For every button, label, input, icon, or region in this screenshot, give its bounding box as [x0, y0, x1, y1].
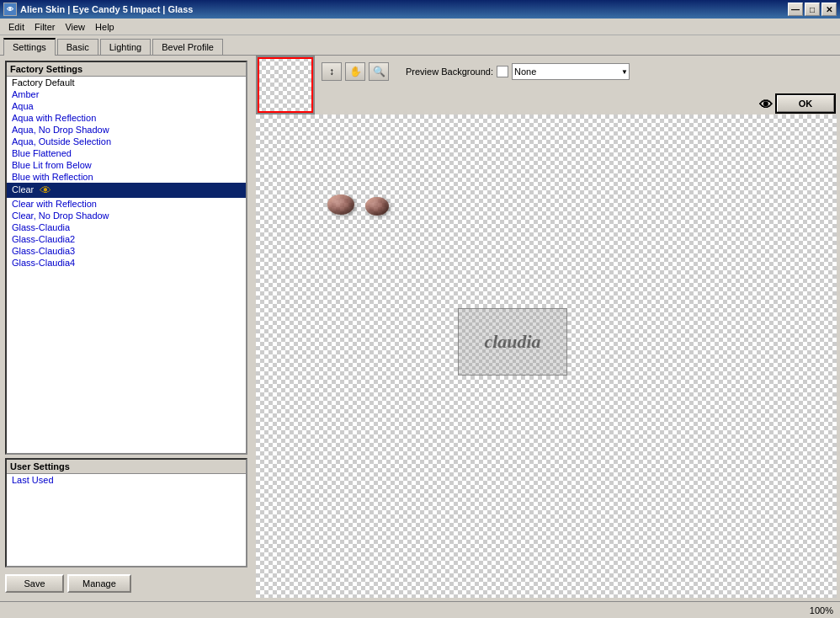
list-item[interactable]: Aqua, No Drop Shadow	[7, 124, 246, 136]
menu-view[interactable]: View	[60, 20, 90, 34]
maximize-button[interactable]: □	[805, 3, 820, 16]
toolbar-row: ↕ ✋ 🔍 Preview Background: None White Bla…	[322, 59, 837, 84]
right-panel: ↕ ✋ 🔍 Preview Background: None White Bla…	[253, 56, 840, 601]
close-button[interactable]: ✕	[821, 3, 837, 16]
tool-arrow-button[interactable]: ↕	[322, 62, 342, 81]
glass-object-2	[365, 197, 389, 216]
preview-canvas[interactable]: claudia	[256, 115, 837, 598]
window-title: Alien Skin | Eye Candy 5 Impact | Glass	[20, 4, 193, 14]
list-item[interactable]: Glass-Claudia2	[7, 233, 246, 245]
preview-bg-select[interactable]: None White Black Custom	[512, 63, 630, 80]
list-item-selected[interactable]: Clear 👁	[7, 183, 246, 198]
tool-pan-button[interactable]: ✋	[345, 62, 365, 81]
list-item[interactable]: Aqua with Reflection	[7, 112, 246, 124]
title-bar: 👁 Alien Skin | Eye Candy 5 Impact | Glas…	[0, 0, 840, 19]
ok-cursor-icon: 👁	[759, 98, 773, 113]
list-item[interactable]: Glass-Claudia3	[7, 245, 246, 257]
preview-thumb-border	[258, 57, 313, 113]
minimize-button[interactable]: —	[788, 3, 803, 16]
cursor-icon: 👁	[40, 184, 51, 197]
manage-button[interactable]: Manage	[67, 574, 131, 593]
list-item[interactable]: Clear, No Drop Shadow	[7, 210, 246, 221]
zoom-level: 100%	[810, 605, 833, 615]
list-item[interactable]: Blue Flattened	[7, 147, 246, 159]
list-item[interactable]: Clear with Reflection	[7, 198, 246, 210]
list-item[interactable]: Amber	[7, 88, 246, 100]
claudia-text: claudia	[484, 331, 540, 353]
preview-bg-swatch	[497, 66, 508, 77]
ok-button[interactable]: 👁 OK	[776, 94, 835, 113]
user-list-item[interactable]: Last Used	[7, 474, 246, 486]
claudia-preview: claudia	[458, 308, 567, 376]
user-settings-container: User Settings Last Used	[5, 458, 247, 567]
zoom-icon: 🔍	[373, 66, 385, 77]
status-bar: 100%	[0, 601, 840, 618]
tab-bar: Settings Basic Lighting Bevel Profile	[0, 35, 840, 56]
list-item[interactable]: Aqua, Outside Selection	[7, 136, 246, 147]
pan-icon: ✋	[349, 66, 362, 77]
preview-background-label: Preview Background:	[406, 67, 493, 77]
tab-settings[interactable]: Settings	[3, 38, 56, 56]
save-button[interactable]: Save	[5, 574, 64, 593]
tab-lighting[interactable]: Lighting	[100, 39, 152, 55]
main-content: Factory Settings Factory Default Amber A…	[0, 56, 840, 601]
menu-filter[interactable]: Filter	[29, 20, 60, 34]
menu-help[interactable]: Help	[90, 20, 120, 34]
list-item[interactable]: Blue with Reflection	[7, 171, 246, 183]
tool-zoom-button[interactable]: 🔍	[369, 62, 389, 81]
arrow-icon: ↕	[329, 66, 334, 77]
list-item[interactable]: Factory Default	[7, 77, 246, 88]
user-settings-header: User Settings	[7, 460, 246, 474]
tab-basic[interactable]: Basic	[57, 39, 98, 55]
list-item[interactable]: Blue Lit from Below	[7, 159, 246, 171]
settings-list-scroll[interactable]: Factory Default Amber Aqua Aqua with Ref…	[7, 77, 246, 447]
list-item[interactable]: Glass-Claudia4	[7, 257, 246, 269]
glass-object-1	[327, 194, 354, 215]
menu-bar: Edit Filter View Help	[0, 19, 840, 35]
factory-settings-header: Factory Settings	[7, 62, 246, 77]
list-item[interactable]: Aqua	[7, 100, 246, 112]
tab-bevel-profile[interactable]: Bevel Profile	[152, 39, 223, 55]
preview-bg-select-wrapper: None White Black Custom ▼	[512, 63, 630, 80]
preview-thumbnail	[256, 56, 315, 115]
settings-list-container: Factory Settings Factory Default Amber A…	[5, 61, 247, 455]
app-icon: 👁	[3, 3, 17, 16]
menu-edit[interactable]: Edit	[3, 20, 29, 34]
list-item[interactable]: Glass-Claudia	[7, 221, 246, 233]
left-panel: Factory Settings Factory Default Amber A…	[0, 56, 253, 601]
bottom-buttons: Save Manage	[5, 571, 247, 596]
